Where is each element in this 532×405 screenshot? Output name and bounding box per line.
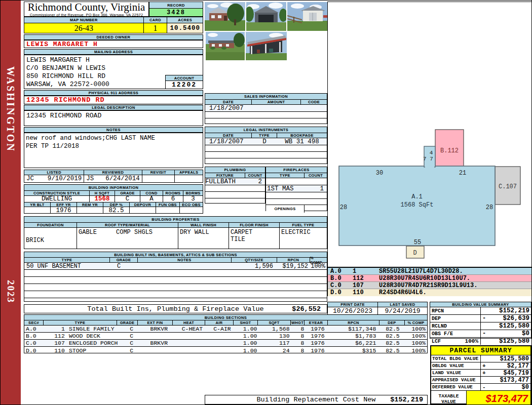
col-eff-yr: EFF YR (51, 202, 77, 207)
col-roof: ROOF TYPE/MATERIAL (77, 223, 178, 227)
sec-type: STOOP (65, 347, 122, 354)
value-summary: BUILDING VALUE SUMMARY RPCN $152,219 DEP… (430, 302, 531, 339)
vector-code: U28R30U7R4SU6R10D13L10U7. (379, 275, 470, 281)
empty-row (205, 118, 327, 125)
reviewed-date: 6/24/2014 (105, 175, 140, 182)
empty-row (266, 178, 327, 185)
col-bi-notes: NOTES (138, 258, 232, 262)
replacement-cost-row: Building Replacement Cost New $152,219 (205, 395, 428, 404)
section-row-a: A.0 1 SINGLE FAMILY C BRKVR C-HEAT C-AIR… (24, 326, 427, 333)
col-sqft: SQFT (258, 320, 291, 325)
account-label: ACCOUNT (166, 75, 203, 81)
col-sale-date: DATE (205, 100, 252, 104)
col-sale-code: CODE (301, 100, 327, 104)
sec-dep: 82.5 (380, 333, 405, 339)
vs-value: $125,580 (499, 338, 529, 345)
vector-codes: A.0 1 SR55U28L21U7L4D7L30D28. B.0 112 U2… (327, 267, 532, 296)
appeals-label: APPEALS (175, 170, 203, 175)
col-floor: FLOOR FINISH (229, 223, 280, 227)
sec-shgt: 1.00 (236, 326, 260, 332)
sec-eyear: 1976 (306, 347, 329, 354)
col-extfin: EXT FIN (138, 320, 173, 325)
sec-num: 107 (45, 340, 64, 346)
sec-whgt: 8 (293, 340, 307, 346)
sidebar-strip: WASHINGTON 2023 (1, 1, 21, 405)
parcel-sign: + (482, 363, 486, 369)
vector-num: 1 (353, 268, 379, 274)
property-photo[interactable] (205, 2, 245, 31)
vector-sec: A.0 (328, 268, 353, 274)
last-saved-value: 9/24/2019 (378, 307, 427, 315)
mailing-address-label: MAILING ADDRESS (24, 49, 203, 55)
vs-label: LCF (432, 339, 441, 344)
parcel-value: $0 (522, 384, 529, 390)
col-cond: COND (140, 191, 163, 195)
section-row-b: B.0 112 WOOD DECK C 1.00 130 8 1976 $1,7… (24, 333, 427, 340)
listed-date: 9/10/2019 (48, 175, 82, 182)
bi-grade: C (110, 263, 138, 269)
foundation-value: BRICK (24, 228, 77, 249)
parcel-label: DEFERRED VALUE (431, 384, 481, 390)
vector-sec: B.0 (328, 275, 353, 281)
col-foundation: FOUNDATION (24, 223, 77, 227)
property-photo[interactable] (246, 32, 287, 60)
sec-whgt: 8 (293, 326, 307, 332)
col-bi-type: TYPE (24, 258, 110, 262)
empty-row (266, 192, 327, 199)
dim-top-left: 30 (376, 170, 383, 177)
property-photo[interactable] (246, 2, 286, 31)
reviewed-by: JS (86, 175, 94, 182)
empty-row (205, 145, 327, 152)
sale-amount (252, 105, 301, 111)
parcel-row: TOTAL BLDG VALUE $125,580 (431, 355, 530, 362)
empty-row (24, 291, 327, 298)
sec-rpcn: $6,221 (329, 340, 381, 346)
sec-grade: C (121, 326, 141, 332)
sec-dep: 82.5 (380, 326, 405, 332)
sec-shgt: 1.00 (236, 333, 260, 339)
bi-notes (138, 263, 232, 269)
built-ins-total-row: Total Built Ins, Plumbing & Fireplace Va… (24, 304, 327, 313)
sec-num: 1 (45, 326, 64, 332)
built-ins-total-label: Total Built Ins, Plumbing & Fireplace Va… (87, 305, 263, 313)
account-value: 12202 (166, 81, 203, 89)
wall-finish-value: DRY WALL (178, 228, 229, 249)
parcel-label: OBLDG VALUE (431, 362, 481, 369)
inst-type: D (252, 138, 277, 145)
map-number-value: 26-43 (24, 23, 144, 33)
acres-label: ACRES (167, 17, 203, 23)
vs-pct: 100% (465, 338, 478, 344)
col-shgt: SHGT (234, 320, 258, 325)
empty-row (205, 158, 327, 165)
print-date-value: 10/26/2023 (328, 307, 378, 315)
deeded-owner-value: LEWIS MARGARET H (24, 40, 203, 48)
section-row-c: C.0 107 ENCLOSED PORCH C BRKVR 1.00 117 … (24, 340, 427, 347)
sec-rpcn: $315 (329, 347, 381, 354)
inst-bookpage: WB 31 498 (277, 138, 327, 145)
col-sec: SEC# (24, 320, 44, 325)
property-photo[interactable] (206, 32, 245, 60)
col-heat: HEAT (173, 320, 205, 325)
property-photo[interactable] (287, 2, 327, 31)
sec-shgt: 1.00 (236, 347, 260, 354)
dim-notch: 4 (430, 150, 433, 156)
sec-rpcn: $1,783 (329, 333, 381, 339)
empty-row (205, 198, 265, 205)
dep-pct-value: 82.5 (103, 207, 130, 214)
print-date-label: PRINT DATE (328, 302, 378, 307)
rooms-value: 6 (163, 196, 183, 202)
col-bi-rpcn: RPCN (277, 258, 310, 262)
card-label: CARD (144, 17, 168, 23)
empty-row (205, 112, 327, 118)
sec-num: 112 (45, 333, 64, 339)
fun-obs-value (156, 207, 180, 214)
bi-comp: 100% (310, 263, 327, 269)
page-title: Richmond County, Virginia (24, 2, 148, 13)
sec-dep: 82.5 (380, 340, 405, 346)
sec-id: A.0 (24, 326, 45, 332)
col-inst-date: DATE (205, 133, 252, 138)
vector-code: R24SD4R6U4L6. (379, 289, 427, 296)
sec-type: SINGLE FAMILY (65, 326, 122, 332)
floor-finish-value-2: TILE (231, 236, 279, 243)
sketch-panel: 30 21 4 7 7 28 28 A.1 1568 SqFt 55 B.112… (327, 2, 532, 267)
